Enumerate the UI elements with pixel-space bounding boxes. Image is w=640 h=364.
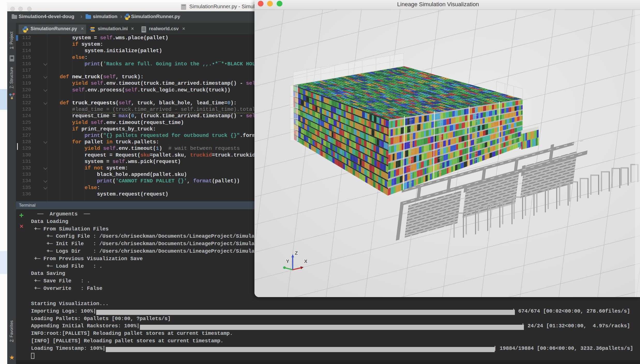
svg-text:Y: Y [286,259,289,264]
svg-text:X: X [304,259,307,264]
svg-text:Z: Z [295,250,298,256]
